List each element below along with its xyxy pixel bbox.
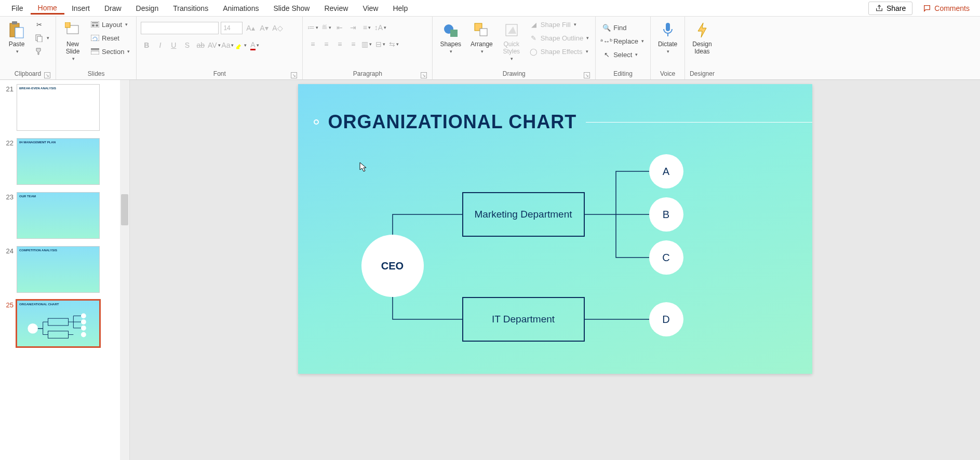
columns-button[interactable]: ▥▾ <box>361 38 372 50</box>
menu-file[interactable]: File <box>4 2 31 15</box>
select-button[interactable]: ↖Select▾ <box>600 49 646 60</box>
italic-button[interactable]: I <box>154 39 166 51</box>
font-color-button[interactable]: A▾ <box>249 39 260 51</box>
thumbnail-row[interactable]: 23 OUR TEAM <box>2 192 127 239</box>
justify-button[interactable]: ≡ <box>347 38 359 50</box>
align-text-button[interactable]: ⊟▾ <box>374 38 386 50</box>
replace-button[interactable]: ᵃ↔ᵇReplace▾ <box>600 35 646 47</box>
smartart-button[interactable]: ⇆▾ <box>388 38 399 50</box>
bullets-button[interactable]: ≔▾ <box>307 22 318 33</box>
shadow-button[interactable]: S <box>181 39 193 51</box>
slide-title[interactable]: ORGANIZATIONAL CHART <box>328 111 577 133</box>
dialog-launcher[interactable]: ↘ <box>291 72 297 78</box>
format-painter-button[interactable] <box>32 46 51 57</box>
menu-insert[interactable]: Insert <box>64 2 97 15</box>
paste-icon <box>7 21 26 39</box>
slide[interactable]: ORGANIZATIONAL CHART CEO Marketing Depar… <box>298 84 812 374</box>
spacing-button[interactable]: AV▾ <box>208 39 220 51</box>
strike-button[interactable]: ab <box>195 39 206 51</box>
thumbnail[interactable]: BREAK-EVEN ANALYSIS <box>17 84 100 131</box>
find-button[interactable]: 🔍Find <box>600 22 646 33</box>
thumbnail[interactable]: 04 MANAGEMENT PLAN <box>17 138 100 185</box>
dictate-button[interactable]: Dictate▾ <box>655 19 680 56</box>
reset-button[interactable]: Reset <box>88 32 132 44</box>
chevron-down-icon: ▾ <box>481 49 484 54</box>
copy-button[interactable]: ▾ <box>32 32 51 44</box>
comments-button[interactable]: Comments <box>917 2 976 15</box>
bold-button[interactable]: B <box>141 39 152 51</box>
scrollbar-handle[interactable] <box>121 194 128 225</box>
share-button[interactable]: Share <box>868 2 912 15</box>
thumbnail-row[interactable]: 25 ORGANIZATIONAL CHART <box>2 300 127 347</box>
org-node-a[interactable]: A <box>649 154 683 188</box>
align-right-button[interactable]: ≡ <box>334 38 345 50</box>
text-direction-button[interactable]: ↕A▾ <box>374 22 386 33</box>
font-size-input[interactable]: 14 <box>221 22 243 34</box>
ribbon-group-voice: Dictate▾ Voice <box>651 17 685 79</box>
align-left-button[interactable]: ≡ <box>307 38 318 50</box>
menu-animations[interactable]: Animations <box>216 2 266 15</box>
section-button[interactable]: Section▾ <box>88 46 132 57</box>
highlight-button[interactable]: ▾ <box>235 39 247 51</box>
decrease-font-button[interactable]: A▾ <box>258 22 270 34</box>
thumbnail-panel[interactable]: 21 BREAK-EVEN ANALYSIS 22 04 MANAGEMENT … <box>0 80 130 460</box>
dialog-launcher[interactable]: ↘ <box>44 72 50 78</box>
svg-point-26 <box>81 332 86 337</box>
paste-button[interactable]: Paste ▾ <box>4 19 29 56</box>
menu-help[interactable]: Help <box>385 2 415 15</box>
shape-fill-button[interactable]: ◢Shape Fill▾ <box>527 19 591 30</box>
menu-draw[interactable]: Draw <box>97 2 129 15</box>
shapes-button[interactable]: Shapes▾ <box>437 19 464 56</box>
design-ideas-button[interactable]: Design Ideas <box>689 19 715 57</box>
menu-slideshow[interactable]: Slide Show <box>266 2 317 15</box>
menu-review[interactable]: Review <box>317 2 355 15</box>
font-name-input[interactable] <box>141 22 219 34</box>
quick-styles-button[interactable]: Quick Styles▾ <box>499 19 524 63</box>
org-node-c[interactable]: C <box>649 240 683 275</box>
shape-effects-button[interactable]: ◯Shape Effects▾ <box>527 46 591 57</box>
dialog-launcher[interactable]: ↘ <box>421 72 427 78</box>
inc-indent-button[interactable]: ⇥ <box>347 22 359 33</box>
cut-button[interactable]: ✂ <box>32 19 51 30</box>
design-ideas-label: Design Ideas <box>692 40 711 55</box>
thumbnail-row[interactable]: 24 COMPETITION ANALYSIS <box>2 246 127 293</box>
org-node-ceo[interactable]: CEO <box>361 235 424 297</box>
dec-indent-button[interactable]: ⇤ <box>334 22 345 33</box>
arrange-icon <box>472 21 491 39</box>
ribbon-group-font: 14 A▴ A▾ A◇ B I U S ab AV▾ Aa▾ ▾ A▾ Font… <box>137 17 303 79</box>
menu-view[interactable]: View <box>355 2 385 15</box>
increase-font-button[interactable]: A▴ <box>245 22 256 34</box>
quick-styles-label: Quick Styles <box>503 40 520 55</box>
svg-rect-4 <box>37 36 42 42</box>
line-spacing-button[interactable]: ≡▾ <box>361 22 372 33</box>
org-node-it[interactable]: IT Department <box>462 297 585 342</box>
cursor-icon: ↖ <box>602 50 611 59</box>
thumbnail-row[interactable]: 21 BREAK-EVEN ANALYSIS <box>2 84 127 131</box>
numbering-button[interactable]: ≝▾ <box>320 22 332 33</box>
voice-group-label: Voice <box>655 69 680 79</box>
thumb-title: OUR TEAM <box>19 195 36 198</box>
menu-transitions[interactable]: Transitions <box>166 2 216 15</box>
menu-home[interactable]: Home <box>31 2 64 15</box>
underline-button[interactable]: U <box>168 39 179 51</box>
thumbnail-selected[interactable]: ORGANIZATIONAL CHART <box>17 300 100 347</box>
new-slide-button[interactable]: New Slide ▾ <box>60 19 85 63</box>
change-case-button[interactable]: Aa▾ <box>222 39 233 51</box>
canvas-area[interactable]: ORGANIZATIONAL CHART CEO Marketing Depar… <box>130 80 980 460</box>
org-node-marketing[interactable]: Marketing Department <box>462 192 585 237</box>
clear-format-button[interactable]: A◇ <box>272 22 283 34</box>
thumbnail-row[interactable]: 22 04 MANAGEMENT PLAN <box>2 138 127 185</box>
dialog-launcher[interactable]: ↘ <box>584 72 590 78</box>
arrange-button[interactable]: Arrange▾ <box>467 19 496 56</box>
org-node-b[interactable]: B <box>649 197 683 232</box>
lightning-icon <box>693 21 711 39</box>
thumbnail-scrollbar[interactable] <box>120 80 129 460</box>
org-node-d[interactable]: D <box>649 302 683 336</box>
menu-design[interactable]: Design <box>129 2 166 15</box>
thumbnail[interactable]: OUR TEAM <box>17 192 100 239</box>
align-center-button[interactable]: ≡ <box>320 38 332 50</box>
thumbnail[interactable]: COMPETITION ANALYSIS <box>17 246 100 293</box>
layout-button[interactable]: Layout▾ <box>88 19 132 30</box>
shape-outline-button[interactable]: ✎Shape Outline▾ <box>527 32 591 44</box>
slides-group-label: Slides <box>60 69 132 79</box>
